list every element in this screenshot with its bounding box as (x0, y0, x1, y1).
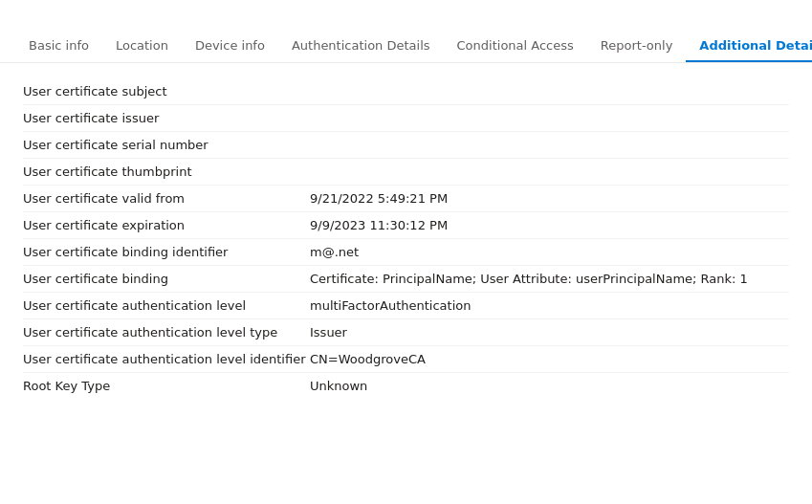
detail-value: 9/9/2023 11:30:12 PM (310, 218, 789, 232)
panel-header (0, 0, 812, 31)
detail-label: User certificate thumbprint (23, 164, 310, 179)
table-row: User certificate expiration9/9/2023 11:3… (23, 212, 789, 239)
detail-label: User certificate authentication level ty… (23, 325, 310, 340)
detail-value: Certificate: PrincipalName; User Attribu… (310, 272, 789, 286)
table-row: User certificate thumbprint (23, 159, 789, 186)
detail-value: Issuer (310, 325, 789, 340)
table-row: User certificate authentication levelmul… (23, 293, 789, 319)
tab-report-only[interactable]: Report-only (587, 31, 687, 62)
tab-authentication-details[interactable]: Authentication Details (278, 31, 444, 62)
table-row: Root Key TypeUnknown (23, 373, 789, 399)
detail-label: User certificate serial number (23, 138, 310, 152)
table-row: User certificate issuer (23, 105, 789, 132)
activity-details-panel: Basic infoLocationDevice infoAuthenticat… (0, 0, 812, 504)
detail-label: User certificate authentication level (23, 298, 310, 313)
panel-body: User certificate subjectUser certificate… (0, 63, 812, 504)
close-button[interactable] (781, 17, 789, 21)
detail-label: User certificate issuer (23, 111, 310, 125)
table-row: User certificate authentication level id… (23, 346, 789, 373)
tab-device-info[interactable]: Device info (182, 31, 278, 62)
detail-label: User certificate valid from (23, 191, 310, 206)
detail-label: User certificate authentication level id… (23, 352, 310, 366)
tab-bar: Basic infoLocationDevice infoAuthenticat… (0, 31, 812, 63)
tab-location[interactable]: Location (102, 31, 182, 62)
table-row: User certificate binding identifierm@.ne… (23, 239, 789, 266)
detail-label: Root Key Type (23, 379, 310, 393)
detail-label: User certificate expiration (23, 218, 310, 232)
detail-value: multiFactorAuthentication (310, 298, 789, 313)
table-row: User certificate serial number (23, 132, 789, 159)
detail-label: User certificate binding identifier (23, 245, 310, 259)
detail-value: 9/21/2022 5:49:21 PM (310, 191, 789, 206)
tab-basic-info[interactable]: Basic info (15, 31, 102, 62)
table-row: User certificate valid from9/21/2022 5:4… (23, 186, 789, 212)
detail-label: User certificate subject (23, 84, 310, 99)
tab-additional-details[interactable]: Additional Details (686, 31, 812, 62)
table-row: User certificate authentication level ty… (23, 319, 789, 346)
tab-conditional-access[interactable]: Conditional Access (444, 31, 587, 62)
table-row: User certificate bindingCertificate: Pri… (23, 266, 789, 293)
detail-value: m@.net (310, 245, 789, 259)
table-row: User certificate subject (23, 78, 789, 105)
detail-value: Unknown (310, 379, 789, 393)
detail-label: User certificate binding (23, 272, 310, 286)
detail-value: CN=WoodgroveCA (310, 352, 789, 366)
